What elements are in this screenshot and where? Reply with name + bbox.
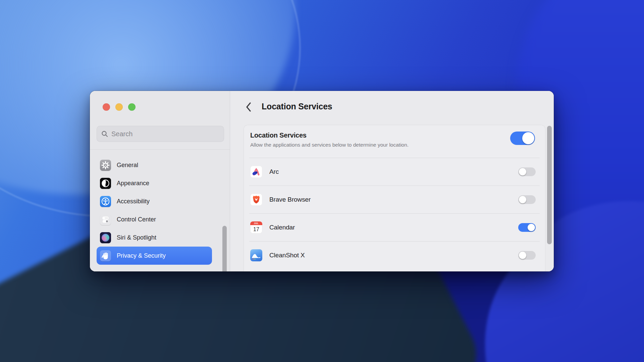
- sidebar-item-siri-spotlight[interactable]: Siri & Spotlight: [97, 228, 212, 247]
- sidebar-nav: General Appearance: [97, 156, 212, 265]
- search-icon: [101, 131, 108, 138]
- content-pane: Location Services Location Services Allo…: [230, 91, 554, 271]
- toggle-knob: [522, 132, 534, 144]
- close-button[interactable]: [103, 103, 110, 111]
- search-placeholder: Search: [111, 130, 132, 138]
- location-services-toggle[interactable]: [510, 132, 535, 145]
- zoom-button[interactable]: [128, 103, 136, 111]
- sidebar-item-appearance[interactable]: Appearance: [97, 174, 212, 192]
- cleanshot-x-toggle[interactable]: [518, 251, 536, 260]
- sidebar-item-accessibility[interactable]: Accessibility: [97, 192, 212, 210]
- general-gear-icon: [100, 160, 111, 171]
- calendar-day-label: 17: [250, 225, 262, 234]
- sidebar-item-general[interactable]: General: [97, 156, 212, 174]
- app-row-brave: Brave Browser: [244, 186, 545, 213]
- appearance-contrast-icon: [100, 178, 111, 189]
- app-row-calendar: JUL 17 Calendar: [244, 214, 545, 241]
- cleanshot-app-icon: [250, 249, 262, 261]
- sidebar-item-label: Control Center: [117, 216, 156, 223]
- accessibility-icon: [100, 196, 111, 207]
- sidebar-item-label: Appearance: [117, 180, 149, 187]
- toggle-knob: [519, 252, 526, 259]
- arc-app-icon: [250, 166, 262, 178]
- calendar-month-label: JUL: [254, 222, 259, 224]
- toggle-knob: [519, 168, 526, 175]
- chevron-left-icon: [245, 102, 252, 112]
- location-services-card: Location Services Allow the applications…: [244, 125, 545, 271]
- sidebar-item-label: General: [117, 162, 138, 169]
- privacy-hand-icon: [100, 250, 111, 261]
- brave-browser-toggle[interactable]: [518, 195, 536, 204]
- toggle-knob: [519, 196, 526, 203]
- sidebar-item-label: Siri & Spotlight: [117, 234, 156, 241]
- app-name: Brave Browser: [269, 196, 311, 203]
- app-name: Arc: [269, 168, 279, 175]
- brave-app-icon: [250, 194, 262, 206]
- arc-toggle[interactable]: [518, 167, 536, 176]
- toggle-knob: [528, 224, 535, 231]
- master-toggle-title: Location Services: [250, 132, 307, 139]
- app-name: Calendar: [269, 224, 295, 231]
- siri-icon: [100, 232, 111, 243]
- sidebar-item-label: Accessibility: [117, 198, 150, 205]
- content-scrollbar[interactable]: [547, 126, 552, 244]
- desktop: Search: [0, 0, 644, 362]
- app-name: CleanShot X: [269, 252, 305, 259]
- app-row-cleanshot: CleanShot X: [244, 242, 545, 269]
- app-row-arc: Arc: [244, 158, 545, 186]
- window-controls: [103, 103, 136, 111]
- sidebar-scrollbar[interactable]: [222, 226, 227, 271]
- sidebar-divider: [90, 149, 230, 150]
- page-title: Location Services: [262, 102, 332, 111]
- search-field[interactable]: Search: [97, 126, 224, 142]
- master-toggle-description: Allow the applications and services belo…: [250, 142, 409, 148]
- minimize-button[interactable]: [115, 103, 123, 111]
- location-services-master-row: Location Services Allow the applications…: [244, 125, 545, 158]
- control-center-icon: [100, 214, 111, 225]
- calendar-app-icon: JUL 17: [250, 221, 262, 234]
- system-settings-window: Search: [90, 91, 554, 271]
- back-button[interactable]: [243, 101, 254, 113]
- sidebar-item-label: Privacy & Security: [117, 252, 166, 259]
- sidebar: Search: [90, 91, 230, 271]
- sidebar-item-control-center[interactable]: Control Center: [97, 210, 212, 228]
- content-header: Location Services: [230, 91, 554, 121]
- sidebar-item-privacy-security[interactable]: Privacy & Security: [97, 247, 212, 265]
- calendar-toggle[interactable]: [518, 223, 536, 232]
